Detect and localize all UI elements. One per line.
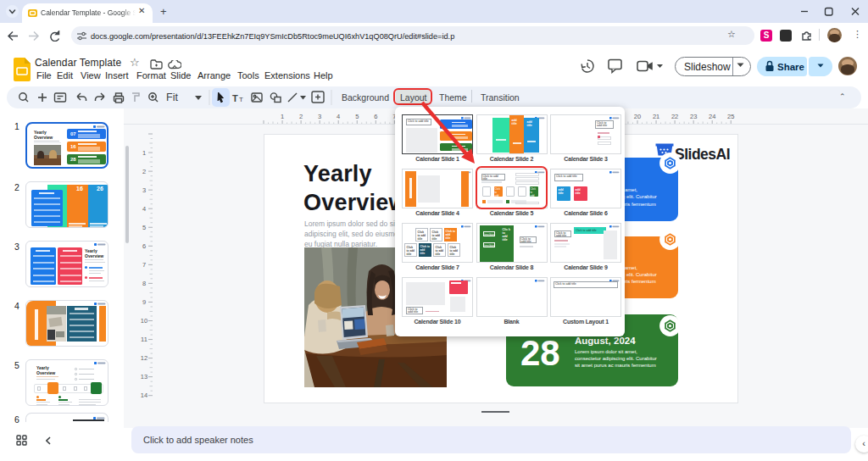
svg-text:3: 3 [142,186,146,194]
svg-text:25: 25 [727,113,734,120]
svg-text:4: 4 [142,205,146,213]
svg-text:12: 12 [141,354,147,362]
svg-text:10: 10 [141,317,147,325]
svg-text:2: 2 [299,113,303,120]
svg-text:21: 21 [653,113,659,120]
svg-text:13: 13 [141,373,147,380]
svg-text:4: 4 [337,113,340,120]
svg-text:3: 3 [318,113,321,120]
svg-text:6: 6 [374,113,377,120]
svg-text:23: 23 [690,113,697,120]
svg-text:8: 8 [142,280,146,287]
svg-text:24: 24 [709,113,715,120]
svg-text:14: 14 [141,392,147,399]
svg-text:1: 1 [142,149,146,157]
svg-text:5: 5 [355,113,359,120]
svg-text:Fit: Fit [166,92,178,103]
svg-text:5: 5 [142,224,146,231]
svg-text:9: 9 [142,298,146,306]
svg-text:T: T [239,96,243,103]
svg-text:T: T [232,93,238,103]
svg-text:6: 6 [142,242,146,250]
svg-text:22: 22 [671,113,678,120]
svg-text:20: 20 [634,113,641,120]
svg-text:2: 2 [142,168,146,175]
svg-text:SlidesAI: SlidesAI [675,146,730,163]
svg-text:11: 11 [141,336,147,343]
svg-text:1: 1 [281,113,284,120]
svg-text:7: 7 [142,261,146,269]
